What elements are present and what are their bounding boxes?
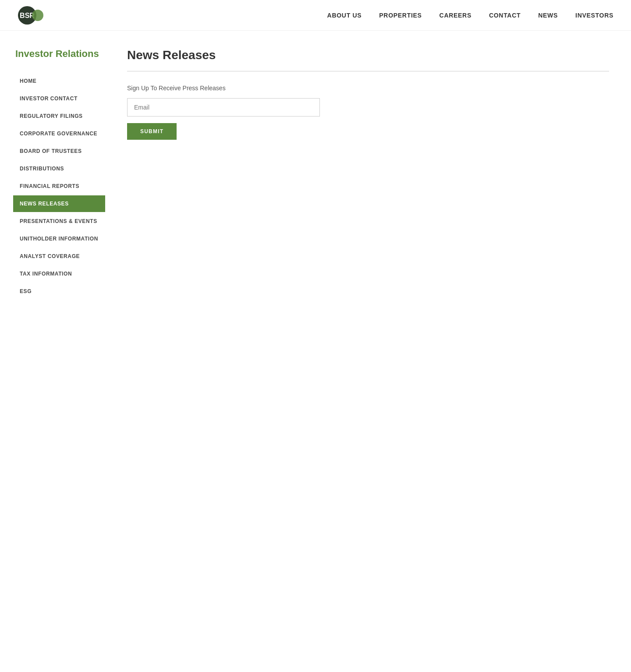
submit-button[interactable]: SUBMIT xyxy=(127,123,177,140)
email-input[interactable] xyxy=(127,98,320,117)
header: BSR ABOUT US PROPERTIES CAREERS CONTACT … xyxy=(0,0,631,31)
sidebar-nav: HOME INVESTOR CONTACT REGULATORY FILINGS… xyxy=(13,73,105,300)
nav-about-us[interactable]: ABOUT US xyxy=(327,12,362,19)
sidebar-item-home[interactable]: HOME xyxy=(13,73,105,89)
sidebar-item-tax-information[interactable]: TAX INFORMATION xyxy=(13,265,105,282)
sidebar-item-unitholder-information[interactable]: UNITHOLDER INFORMATION xyxy=(13,230,105,247)
nav-careers[interactable]: CAREERS xyxy=(440,12,471,19)
sidebar-item-esg[interactable]: ESG xyxy=(13,283,105,300)
sidebar-title-plain: Investor xyxy=(15,48,56,59)
nav-investors[interactable]: INVESTORS xyxy=(575,12,613,19)
page-wrapper: Investor Relations HOME INVESTOR CONTACT… xyxy=(0,31,631,672)
sidebar-item-corporate-governance[interactable]: CORPORATE GOVERNANCE xyxy=(13,125,105,142)
page-title: News Releases xyxy=(127,48,609,62)
sidebar-title-accent: Relations xyxy=(56,48,99,59)
sidebar: Investor Relations HOME INVESTOR CONTACT… xyxy=(0,31,105,672)
content-divider xyxy=(127,71,609,71)
main-nav: ABOUT US PROPERTIES CAREERS CONTACT NEWS… xyxy=(327,12,613,19)
signup-label: Sign Up To Receive Press Releases xyxy=(127,85,609,92)
sidebar-item-analyst-coverage[interactable]: ANALYST COVERAGE xyxy=(13,248,105,265)
sidebar-item-investor-contact[interactable]: INVESTOR CONTACT xyxy=(13,90,105,107)
sidebar-item-board-of-trustees[interactable]: BOARD OF TRUSTEES xyxy=(13,143,105,159)
sidebar-item-financial-reports[interactable]: FINANCIAL REPORTS xyxy=(13,178,105,195)
sidebar-title: Investor Relations xyxy=(13,48,105,60)
sidebar-item-news-releases[interactable]: NEWS RELEASES xyxy=(13,195,105,212)
sidebar-item-distributions[interactable]: DISTRIBUTIONS xyxy=(13,160,105,177)
nav-contact[interactable]: CONTACT xyxy=(489,12,521,19)
main-content: News Releases Sign Up To Receive Press R… xyxy=(105,31,631,672)
sidebar-item-regulatory-filings[interactable]: REGULATORY FILINGS xyxy=(13,108,105,124)
logo-icon: BSR xyxy=(18,6,44,25)
nav-news[interactable]: NEWS xyxy=(538,12,558,19)
nav-properties[interactable]: PROPERTIES xyxy=(379,12,422,19)
logo[interactable]: BSR xyxy=(18,6,44,25)
sidebar-item-presentations-events[interactable]: PRESENTATIONS & EVENTS xyxy=(13,213,105,230)
svg-point-2 xyxy=(32,10,43,21)
